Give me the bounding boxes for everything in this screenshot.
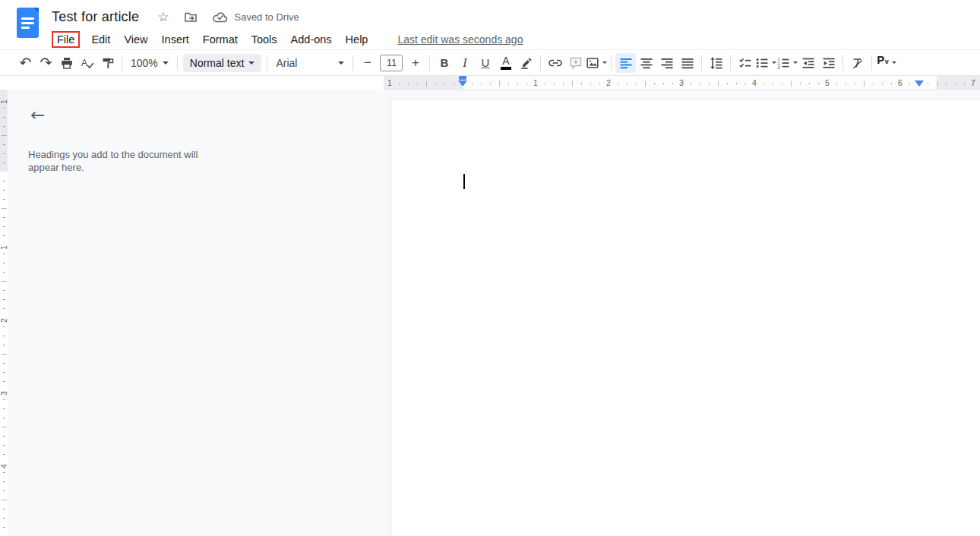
menu-view[interactable]: View xyxy=(119,32,153,47)
ruler-number: 7 xyxy=(971,78,975,87)
underline-button[interactable]: U xyxy=(475,53,495,73)
ruler-tick xyxy=(946,83,947,84)
vertical-ruler[interactable]: 11234 xyxy=(0,90,8,536)
ruler-tick xyxy=(417,83,418,84)
ruler-tick xyxy=(3,372,5,373)
ruler-tick xyxy=(645,80,646,87)
line-spacing-button[interactable] xyxy=(706,53,726,73)
ruler-tick xyxy=(3,235,5,236)
ruler-tick xyxy=(3,509,5,509)
font-select[interactable]: Arial xyxy=(271,57,349,69)
document-title[interactable]: Test for article xyxy=(52,9,139,25)
last-edit-status[interactable]: Last edit was seconds ago xyxy=(397,33,523,46)
chevron-down-icon xyxy=(338,61,344,65)
numbered-list-button[interactable]: 1 2 3 xyxy=(776,53,798,73)
ruler-tick xyxy=(873,83,874,84)
undo-button[interactable]: ↶ xyxy=(15,53,36,73)
extension-button[interactable]: Pv xyxy=(876,53,896,73)
ruler-tick xyxy=(718,80,719,87)
divider xyxy=(267,55,267,71)
highlight-color-button[interactable] xyxy=(516,53,536,73)
menu-edit[interactable]: Edit xyxy=(86,32,115,47)
clear-formatting-button[interactable] xyxy=(847,53,868,73)
ruler-tick xyxy=(3,144,5,145)
justify-button[interactable] xyxy=(677,53,697,73)
ruler-tick xyxy=(426,80,427,87)
bulleted-list-button[interactable] xyxy=(755,53,776,73)
ruler-tick xyxy=(3,381,5,382)
ruler-tick xyxy=(3,299,5,300)
align-left-button[interactable] xyxy=(615,53,636,73)
saved-status[interactable]: Saved to Drive xyxy=(213,11,299,23)
ruler-tick xyxy=(700,83,700,84)
ruler-tick xyxy=(581,83,582,84)
align-center-button[interactable] xyxy=(636,53,656,73)
add-comment-button[interactable] xyxy=(565,53,586,73)
horizontal-ruler[interactable]: 11234567 xyxy=(0,76,980,91)
ruler-tick xyxy=(3,490,5,491)
ruler-number: 1 xyxy=(533,78,538,87)
menu-file[interactable]: File xyxy=(52,31,80,48)
ruler-tick xyxy=(2,500,7,500)
spellcheck-button[interactable]: A xyxy=(77,53,97,73)
zoom-select[interactable]: 100% xyxy=(126,57,173,69)
increase-font-size-button[interactable]: + xyxy=(405,53,425,73)
ruler-tick xyxy=(554,83,555,84)
menu-insert[interactable]: Insert xyxy=(156,32,194,47)
logo-fold-shade xyxy=(33,8,39,14)
ruler-number: 5 xyxy=(825,78,830,87)
right-indent-marker[interactable] xyxy=(915,80,924,87)
menu-help[interactable]: Help xyxy=(340,32,374,47)
chevron-down-icon xyxy=(892,61,896,64)
font-size-input[interactable]: 11 xyxy=(380,55,403,71)
ruler-tick xyxy=(627,83,628,84)
left-indent-marker[interactable] xyxy=(458,80,467,87)
ruler-tick xyxy=(3,117,5,118)
paint-format-button[interactable] xyxy=(97,53,118,73)
insert-image-button[interactable] xyxy=(586,53,607,73)
print-button[interactable] xyxy=(56,53,77,73)
insert-link-button[interactable] xyxy=(545,53,565,73)
ruler-tick xyxy=(836,83,837,84)
redo-button[interactable]: ↷ xyxy=(36,53,56,73)
menu-tools[interactable]: Tools xyxy=(246,32,283,47)
align-right-button[interactable] xyxy=(656,53,677,73)
docs-logo[interactable] xyxy=(17,8,39,38)
first-line-indent-marker[interactable] xyxy=(459,76,466,80)
ruler-tick xyxy=(408,83,409,84)
ruler-tick xyxy=(2,281,7,282)
ruler-tick xyxy=(3,226,5,227)
document-page[interactable] xyxy=(390,99,980,536)
ruler-tick xyxy=(846,83,846,84)
ruler-tick xyxy=(563,83,564,84)
ruler-tick xyxy=(444,83,445,84)
divider xyxy=(730,55,731,71)
paragraph-style-select[interactable]: Normal text xyxy=(183,54,262,72)
decrease-font-size-button[interactable]: − xyxy=(357,53,378,73)
ruler-tick xyxy=(818,83,819,84)
bold-button[interactable]: B xyxy=(434,53,454,73)
ruler-tick xyxy=(3,308,5,309)
menu-addons[interactable]: Add-ons xyxy=(286,32,337,47)
ruler-tick xyxy=(2,427,7,427)
star-icon[interactable]: ☆ xyxy=(157,9,169,25)
ruler-tick xyxy=(545,83,545,84)
menu-format[interactable]: Format xyxy=(198,32,243,47)
ruler-tick xyxy=(909,83,910,84)
close-outline-icon[interactable]: ← xyxy=(30,106,45,124)
ruler-tick xyxy=(3,527,5,528)
document-region xyxy=(384,91,980,536)
ruler-tick xyxy=(654,83,655,84)
text-color-button[interactable]: A xyxy=(495,53,516,73)
ruler-tick xyxy=(3,436,5,437)
italic-button[interactable]: I xyxy=(454,53,475,73)
checklist-button[interactable] xyxy=(735,53,755,73)
ruler-tick xyxy=(2,208,7,209)
ruler-tick xyxy=(490,83,491,84)
menu-bar: File Edit View Insert Format Tools Add-o… xyxy=(52,30,523,49)
decrease-indent-button[interactable] xyxy=(798,53,818,73)
ruler-tick xyxy=(709,83,710,84)
increase-indent-button[interactable] xyxy=(818,53,839,73)
move-to-folder-icon[interactable] xyxy=(184,10,198,24)
ruler-tick xyxy=(3,518,5,519)
